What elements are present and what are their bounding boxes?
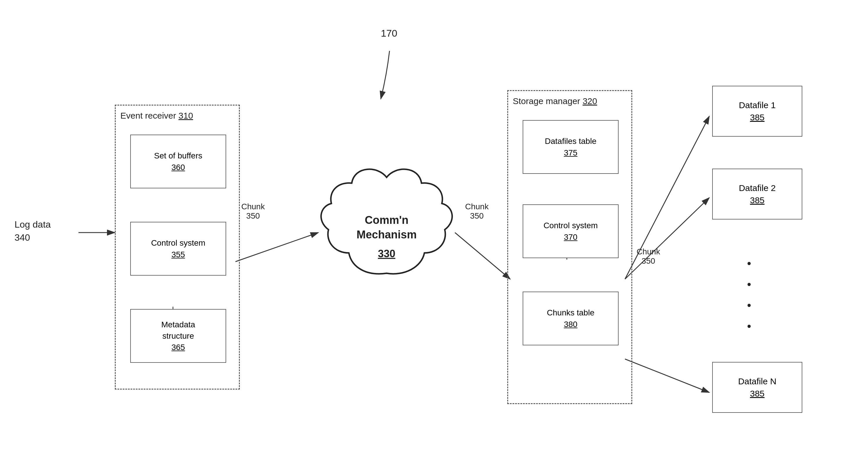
storage-manager-box: Storage manager 320 Datafiles table 375 …: [507, 90, 632, 404]
set-of-buffers-box: Set of buffers 360: [130, 134, 226, 188]
datafile1-box: Datafile 1 385: [712, 86, 802, 136]
chunks-table-box: Chunks table 380: [523, 291, 619, 345]
svg-line-5: [236, 232, 318, 261]
svg-line-10: [625, 198, 709, 279]
svg-text:330: 330: [378, 248, 395, 259]
datafile2-box: Datafile 2 385: [712, 168, 802, 219]
chunk-label-left: Chunk 350: [241, 202, 265, 221]
svg-text:Comm'n: Comm'n: [365, 214, 408, 226]
control-system-355-box: Control system 355: [130, 222, 226, 276]
ref-170-label: 170: [381, 28, 397, 39]
comm-mechanism-container: Comm'n Mechanism 330: [314, 154, 459, 305]
chunk-label-right: Chunk 350: [465, 202, 489, 221]
storage-manager-label: Storage manager 320: [513, 96, 597, 106]
control-system-370-box: Control system 370: [523, 205, 619, 258]
log-data-label: Log data 340: [14, 218, 51, 244]
metadata-structure-box: Metadata structure 365: [130, 309, 226, 363]
event-receiver-box: Event receiver 310 Set of buffers 360 Co…: [115, 105, 240, 390]
svg-line-6: [455, 232, 510, 279]
cloud-svg: Comm'n Mechanism 330: [314, 154, 459, 305]
ellipsis-dots: ••••: [747, 253, 752, 337]
event-receiver-label: Event receiver 310: [120, 111, 193, 121]
diagram: 170 Log data 340 Event receiver 310 Set …: [0, 0, 868, 466]
datafiles-table-box: Datafiles table 375: [523, 120, 619, 174]
datafileN-box: Datafile N 385: [712, 362, 802, 413]
svg-text:Mechanism: Mechanism: [357, 228, 417, 241]
chunk-label-datafiles: Chunk 350: [637, 247, 660, 266]
svg-line-11: [625, 359, 709, 393]
